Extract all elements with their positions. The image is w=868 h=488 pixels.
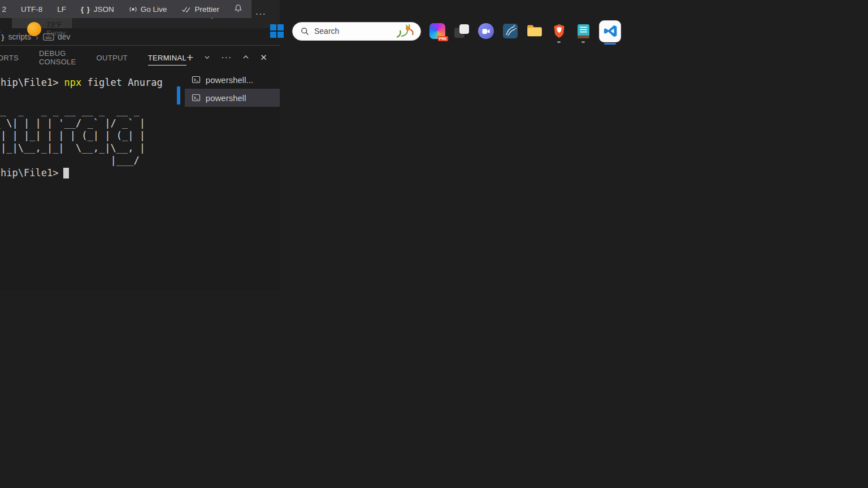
panel-tab-ports[interactable]: PORTS: [0, 46, 19, 69]
copilot-pre-badge: PRE: [438, 36, 448, 41]
terminal-list-label: powershell: [206, 93, 246, 103]
panel-tab-terminal[interactable]: TERMINAL: [148, 46, 186, 69]
notifications-bell-icon[interactable]: [234, 4, 242, 14]
active-app-indicator: [604, 43, 616, 45]
figlet-ascii-art: _ / \ _ __ _ _ _ __ __ _ __ _ / _ \ | '_…: [0, 92, 185, 167]
maximize-panel-icon[interactable]: [242, 53, 249, 63]
panel-actions: + ··· ✕: [186, 51, 267, 64]
weather-widget[interactable]: 73°F Sunny: [27, 20, 66, 37]
system-tray: 2:16 PM 1/18/2024: [0, 18, 2, 44]
sun-icon: [27, 22, 41, 36]
terminal-output[interactable]: PS D:\Intership\File1> npx figlet Anurag…: [0, 69, 185, 290]
search-icon: [301, 27, 309, 36]
panel-tab-output[interactable]: OUTPUT: [97, 46, 128, 69]
terminal-list-label: powershell...: [206, 75, 253, 85]
braces-icon: { }: [81, 5, 90, 14]
notepad-app-icon[interactable]: [575, 23, 591, 39]
video-call-app-icon[interactable]: [478, 23, 494, 39]
status-bar: >< 0 0 0 Live Share Ln 9, Col 19 Spaces:…: [0, 0, 251, 18]
panel-tab-debug-console[interactable]: DEBUG CONSOLE: [39, 46, 76, 69]
editor-more-actions[interactable]: ···: [255, 9, 266, 19]
terminal-icon: [192, 75, 201, 84]
vscode-window: FileEditSelectionViewGo··· ← → File1: [0, 0, 16, 16]
breadcrumb-item-scripts[interactable]: { }scripts: [0, 32, 31, 41]
double-check-icon: [181, 5, 191, 14]
terminal-scrollbar[interactable]: [177, 86, 180, 104]
panel-more-icon[interactable]: ···: [221, 53, 232, 63]
prettier-status[interactable]: Prettier: [181, 5, 219, 14]
close-panel-icon[interactable]: ✕: [260, 53, 267, 63]
weather-condition: Sunny: [46, 29, 66, 37]
terminal-prompt: PS D:\Intership\File1>: [0, 167, 58, 179]
eol-sequence[interactable]: LF: [57, 5, 66, 14]
vscode-taskbar-icon[interactable]: [600, 21, 620, 42]
start-button[interactable]: [270, 24, 284, 38]
language-mode[interactable]: { }JSON: [81, 5, 114, 14]
terminal-list: powershell...powershell: [185, 69, 280, 290]
terminal-list-item[interactable]: powershell: [185, 89, 280, 107]
seasonal-art-icon: [394, 23, 418, 40]
file-explorer-icon[interactable]: [527, 23, 542, 39]
new-terminal-icon[interactable]: +: [186, 51, 193, 64]
terminal-cursor: [63, 168, 69, 178]
app-squares-icon[interactable]: [454, 23, 470, 39]
brave-browser-icon[interactable]: [551, 23, 567, 39]
taskbar-search-label: Search: [314, 27, 339, 36]
weather-temp: 73°F: [46, 20, 66, 29]
encoding[interactable]: UTF-8: [21, 5, 42, 14]
bottom-panel: PROBLEMSPORTSDEBUG CONSOLEOUTPUTTERMINAL…: [0, 45, 280, 290]
notification-bell-icon[interactable]: [0, 25, 2, 37]
go-live-icon: [129, 5, 137, 14]
terminal-icon: [192, 93, 201, 102]
panel-tabs: PROBLEMSPORTSDEBUG CONSOLEOUTPUTTERMINAL: [0, 46, 186, 69]
indentation[interactable]: Spaces: 2: [0, 5, 6, 14]
database-app-icon[interactable]: [502, 23, 518, 39]
copilot-icon[interactable]: PRE: [429, 23, 445, 39]
terminal-list-item[interactable]: powershell...: [185, 71, 280, 89]
taskbar-search[interactable]: Search: [292, 22, 421, 41]
go-live-button[interactable]: Go Live: [129, 5, 167, 14]
terminal-dropdown-icon[interactable]: [204, 53, 210, 63]
